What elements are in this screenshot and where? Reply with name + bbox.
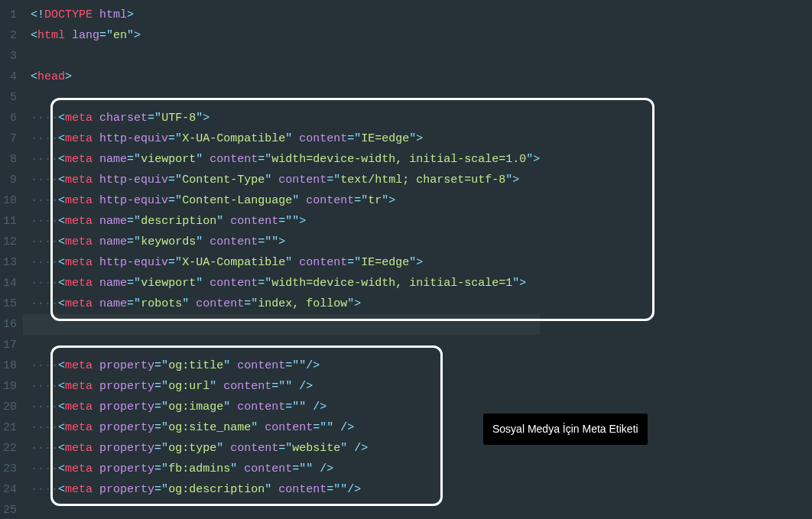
code-line[interactable]: ····<meta http-equiv="Content-Type" cont… (23, 170, 540, 190)
token-p: < (31, 70, 37, 83)
code-line[interactable] (23, 335, 540, 355)
token-an: charset (99, 112, 148, 125)
token-p (93, 153, 99, 166)
code-line[interactable]: ····<meta http-equiv="X-UA-Compatible" c… (23, 128, 540, 149)
token-eq: = (154, 483, 161, 496)
code-line[interactable] (23, 46, 540, 66)
token-p: < (58, 359, 65, 372)
token-p: " (209, 380, 223, 393)
token-p: " (265, 277, 271, 290)
token-p: " /> (306, 462, 333, 475)
token-p: " (196, 277, 209, 290)
token-s: og:description (168, 483, 265, 496)
token-an: content (196, 297, 244, 310)
token-p: < (58, 380, 65, 393)
code-line[interactable] (23, 87, 540, 108)
code-line[interactable] (23, 500, 540, 519)
token-an: content (209, 277, 258, 290)
token-p: " (278, 380, 285, 393)
token-p: " (285, 256, 299, 269)
line-number: 24 (0, 479, 17, 500)
token-p: " (285, 132, 299, 145)
code-line[interactable]: ····<meta property="og:type" content="we… (23, 438, 540, 459)
token-p: " (161, 380, 168, 393)
code-line[interactable]: ····<meta http-equiv="Content-Language" … (23, 190, 540, 211)
token-p: " (265, 153, 271, 166)
token-eq: = (258, 277, 265, 290)
code-line[interactable]: ····<meta name="viewport" content="width… (23, 149, 540, 170)
token-w: ·· (44, 194, 58, 207)
token-an: http-equiv (99, 132, 168, 145)
token-s: en (113, 29, 127, 42)
token-w: ·· (44, 132, 58, 145)
token-eq: = (168, 194, 175, 207)
token-w: ·· (44, 421, 58, 434)
token-p: "> (347, 297, 361, 310)
token-eq: = (326, 483, 333, 496)
token-s: text/html; charset=utf-8 (340, 174, 505, 187)
code-area[interactable]: <!DOCTYPE html><html lang="en"><head>···… (23, 0, 540, 519)
token-t: meta (65, 194, 93, 207)
code-line[interactable]: ····<meta property="fb:admins" content="… (23, 459, 540, 479)
code-line[interactable]: <html lang="en"> (23, 25, 540, 46)
token-eq: = (244, 297, 251, 310)
token-p: < (58, 483, 65, 496)
token-an: content (209, 153, 258, 166)
code-line[interactable]: <!DOCTYPE html> (23, 5, 540, 25)
token-an: name (99, 235, 127, 248)
token-eq: = (347, 256, 354, 269)
code-line[interactable]: ····<meta name="keywords" content=""> (23, 232, 540, 252)
token-t: meta (65, 442, 93, 455)
token-p: " (285, 215, 292, 228)
token-p: " (333, 483, 340, 496)
token-s: robots (141, 297, 182, 310)
code-line[interactable]: ····<meta property="og:description" cont… (23, 479, 540, 500)
token-eq: = (99, 29, 106, 42)
token-eq: = (354, 194, 361, 207)
code-line[interactable]: ····<meta name="description" content=""> (23, 211, 540, 232)
token-p (93, 442, 99, 455)
line-number: 20 (0, 397, 17, 417)
token-s: tr (368, 194, 382, 207)
code-line[interactable]: ····<meta property="og:site_name" conten… (23, 417, 540, 438)
indent-guide: ·· (31, 112, 44, 125)
token-p: " (134, 277, 141, 290)
token-t: meta (65, 421, 93, 434)
token-s: viewport (141, 153, 196, 166)
indent-guide: ·· (31, 462, 44, 475)
code-line[interactable]: <head> (23, 66, 540, 87)
line-number: 14 (0, 273, 17, 294)
indent-guide: ·· (31, 297, 44, 310)
token-an: property (99, 401, 154, 414)
token-an: property (99, 442, 154, 455)
code-line[interactable]: ····<meta name="viewport" content="width… (23, 273, 540, 294)
token-t: meta (65, 174, 93, 187)
token-an: content (265, 421, 313, 434)
token-w: ·· (44, 297, 58, 310)
token-s: og:site_name (168, 421, 251, 434)
code-line[interactable]: ····<meta property="og:image" content=""… (23, 397, 540, 417)
token-w: ·· (44, 442, 58, 455)
token-an: content (209, 235, 258, 248)
token-an: content (306, 194, 354, 207)
token-p (93, 297, 99, 310)
token-p (93, 421, 99, 434)
token-p: " (223, 359, 237, 372)
token-p: "> (271, 235, 285, 248)
code-line[interactable]: ····<meta property="og:title" content=""… (23, 355, 540, 376)
token-p: < (58, 235, 65, 248)
indent-guide: ·· (31, 277, 44, 290)
code-line[interactable] (23, 314, 540, 335)
token-p: " (354, 256, 361, 269)
token-s: UTF-8 (161, 112, 196, 125)
token-an: http-equiv (99, 194, 168, 207)
code-line[interactable]: ····<meta http-equiv="X-UA-Compatible" c… (23, 252, 540, 273)
code-editor[interactable]: 1234567891011121314151617181920212223242… (0, 0, 812, 519)
token-eq: = (154, 442, 161, 455)
code-line[interactable]: ····<meta property="og:url" content="" /… (23, 376, 540, 397)
token-an: content (299, 256, 347, 269)
token-p (93, 256, 99, 269)
code-line[interactable]: ····<meta name="robots" content="index, … (23, 294, 540, 314)
code-line[interactable]: ····<meta charset="UTF-8"> (23, 108, 540, 128)
token-p: " (182, 297, 196, 310)
